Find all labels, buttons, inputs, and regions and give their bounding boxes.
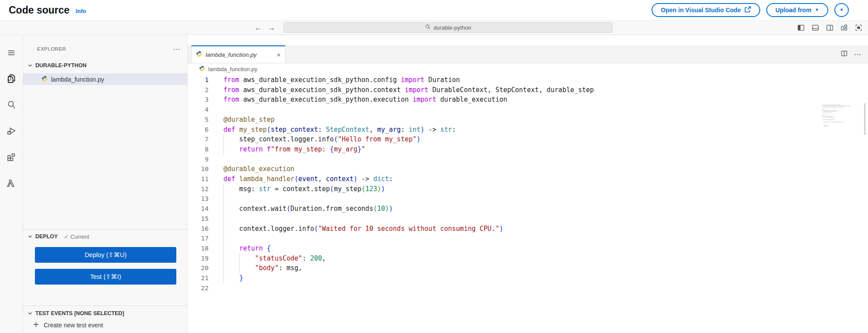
deploy-section-header[interactable]: DEPLOY ✓ Current — [27, 231, 183, 242]
code-token — [263, 244, 267, 252]
check-icon: ✓ — [64, 233, 69, 240]
code-line[interactable]: @durable_execution — [223, 164, 868, 174]
code-line[interactable]: msg: str = context.step(my_step(123)) — [223, 184, 868, 194]
indent-guide — [223, 273, 224, 283]
code-line[interactable] — [223, 194, 868, 204]
line-number: 1 — [188, 75, 209, 85]
code-token: event — [298, 175, 318, 183]
code-line[interactable]: context.wait(Duration.from_seconds(10)) — [223, 204, 868, 214]
folder-name: DURABLE-PYTHON — [35, 62, 86, 69]
editor-group: lambda_function.py × ⋯ — [188, 35, 868, 333]
code-line[interactable] — [223, 214, 868, 224]
code-token — [235, 175, 239, 183]
plus-icon — [33, 321, 39, 329]
customize-layout-icon[interactable] — [840, 24, 848, 32]
extensions-icon[interactable] — [6, 152, 17, 164]
more-actions-button[interactable]: ▼ — [834, 3, 849, 17]
layout-sidebar-left-icon[interactable] — [797, 24, 805, 32]
line-number: 10 — [188, 164, 209, 174]
code-editor[interactable]: 12345678910111213141516171819202122 from… — [188, 75, 868, 333]
line-number: 8 — [188, 144, 209, 154]
file-lambda-function[interactable]: lambda_function.py — [23, 73, 187, 85]
code-line[interactable]: return f"from my_step: {my_arg}" — [223, 144, 868, 154]
external-link-icon — [744, 6, 751, 14]
menu-icon[interactable] — [7, 48, 16, 59]
back-arrow-icon[interactable]: ← — [254, 24, 262, 31]
explorer-more-actions-icon[interactable]: ⋯ — [173, 45, 181, 53]
code-line[interactable]: def my_step(step_context: StepContext, m… — [223, 125, 868, 135]
editor-title-bar: ← → durable-python — [0, 20, 868, 35]
breadcrumb[interactable]: lambda_function.py — [188, 63, 868, 75]
code-line[interactable]: context.logger.info("Waited for 10 secon… — [223, 224, 868, 234]
deploy-button[interactable]: Deploy (⇧⌘U) — [35, 247, 176, 263]
code-token: ( — [361, 185, 365, 193]
layout-sidebar-right-icon[interactable] — [826, 24, 834, 32]
indent-guide — [223, 144, 224, 154]
code-token: : — [318, 126, 326, 134]
aws-lambda-icon[interactable] — [6, 178, 17, 190]
code-token: ( — [314, 225, 318, 233]
code-line[interactable]: "statusCode": 200, — [223, 254, 868, 264]
code-token — [235, 126, 239, 134]
code-line[interactable]: from aws_durable_execution_sdk_python.co… — [223, 75, 868, 85]
fullscreen-icon[interactable] — [854, 24, 863, 32]
open-in-vscode-button[interactable]: Open in Visual Studio Code — [652, 3, 760, 17]
code-token: : — [401, 126, 408, 134]
split-editor-icon[interactable] — [841, 50, 848, 59]
command-center-search[interactable]: durable-python — [284, 22, 613, 33]
code-line[interactable] — [223, 233, 868, 244]
code-token: ( — [330, 185, 334, 193]
python-file-icon — [199, 65, 205, 73]
code-token: } — [239, 274, 243, 282]
test-button[interactable]: Test (⇧⌘I) — [35, 269, 176, 285]
code-line[interactable] — [223, 283, 868, 293]
code-line[interactable]: "body": msg, — [223, 263, 868, 273]
code-line[interactable]: return { — [223, 244, 868, 254]
code-token: "Waited for 10 seconds without consuming… — [318, 225, 499, 233]
folder-durable-python[interactable]: DURABLE-PYTHON — [23, 60, 187, 71]
info-link[interactable]: Info — [75, 8, 86, 14]
line-number: 17 — [188, 233, 209, 244]
code-token: ) — [421, 126, 425, 134]
code-line[interactable]: } — [223, 273, 868, 283]
code-line[interactable]: def lambda_handler(event, context) -> di… — [223, 174, 868, 184]
code-token: return — [239, 244, 263, 252]
code-token: -> — [357, 175, 373, 183]
code-token: DurableContext, StepContext, durable_ste… — [429, 86, 594, 94]
close-tab-icon[interactable]: × — [277, 51, 281, 58]
editor-more-actions-icon[interactable]: ⋯ — [854, 50, 861, 58]
forward-arrow-icon[interactable]: → — [268, 24, 275, 31]
code-token: @durable_step — [223, 116, 274, 124]
upload-from-button[interactable]: Upload from ▼ — [766, 3, 828, 17]
code-token: @durable_execution — [223, 165, 295, 173]
code-line[interactable]: @durable_step — [223, 115, 868, 125]
line-number: 2 — [188, 85, 209, 95]
chevron-down-icon — [27, 63, 33, 68]
code-token: "statusCode" — [255, 254, 302, 262]
code-content[interactable]: from aws_durable_execution_sdk_python.co… — [223, 75, 868, 293]
code-line[interactable]: from aws_durable_execution_sdk_python.co… — [223, 85, 868, 95]
line-number: 14 — [188, 204, 209, 214]
test-events-section-header[interactable]: TEST EVENTS [NONE SELECTED] — [27, 308, 183, 319]
deploy-section-title: DEPLOY — [35, 233, 58, 240]
line-number: 20 — [188, 263, 209, 273]
lambda-code-source-page: Code source Info Open in Visual Studio C… — [0, 0, 868, 333]
minimap-line — [822, 128, 857, 130]
layout-panel-icon[interactable] — [811, 24, 820, 32]
workspace-name: durable-python — [433, 24, 471, 31]
minimap[interactable]: from aws_durable_execution_sdk_python.co… — [822, 104, 857, 133]
code-token: -> — [425, 126, 440, 134]
line-number: 5 — [188, 115, 209, 125]
editor-scrollbar[interactable] — [864, 103, 865, 135]
code-line[interactable]: from aws_durable_execution_sdk_python.ex… — [223, 95, 868, 105]
create-test-event[interactable]: Create new test event — [33, 319, 103, 331]
aws-console-header: Code source Info Open in Visual Studio C… — [0, 0, 868, 20]
indent-guide — [223, 214, 224, 224]
code-line[interactable] — [223, 154, 868, 165]
files-icon[interactable] — [6, 73, 17, 86]
code-line[interactable]: step_context.logger.info("Hello from my_… — [223, 134, 868, 144]
code-line[interactable] — [223, 105, 868, 115]
tab-lambda-function[interactable]: lambda_function.py × — [191, 45, 285, 63]
search-icon[interactable] — [6, 100, 17, 112]
run-debug-icon[interactable] — [6, 126, 17, 138]
